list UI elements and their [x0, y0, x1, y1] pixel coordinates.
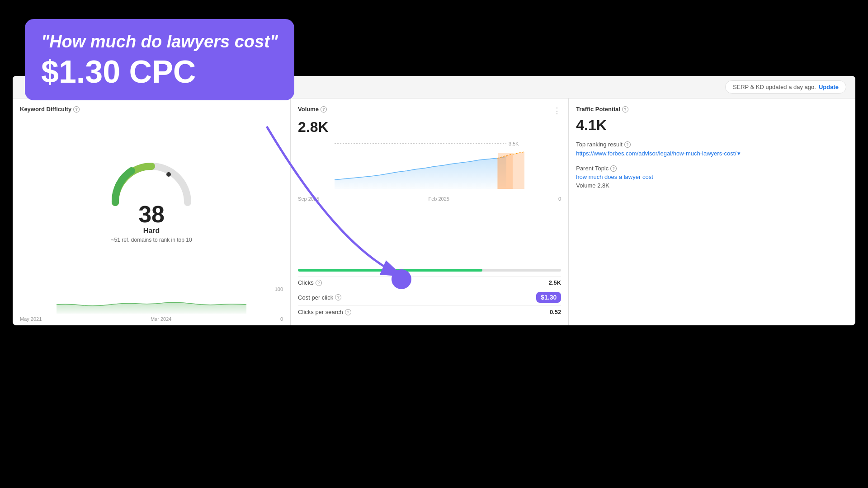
chevron-down-icon: ▾: [737, 150, 741, 158]
chart-x-labels: Sep 2015 Feb 2025 0: [298, 196, 561, 202]
gauge-sublabel: ~51 ref. domains to rank in top 10: [111, 237, 192, 243]
volume-note: Volume 2.8K: [576, 182, 848, 189]
update-notice-text: SERP & KD updated a day ago.: [733, 84, 816, 90]
volume-title: Volume ?: [298, 106, 327, 113]
top-ranking-info-icon[interactable]: ?: [624, 141, 631, 148]
volume-value: 2.8K: [298, 119, 561, 136]
kd-axis-right: 0: [280, 316, 283, 322]
clicks-progress-bar: [298, 269, 561, 272]
keyword-difficulty-info-icon[interactable]: ?: [73, 106, 80, 113]
kd-axis-bottom-left: May 2021: [20, 316, 42, 322]
metric-value-clicks: 2.5K: [549, 279, 561, 286]
update-link[interactable]: Update: [819, 84, 839, 90]
chart-x-left: Sep 2015: [298, 196, 319, 202]
volume-more-icon[interactable]: ⋮: [553, 106, 561, 116]
volume-panel-header: Volume ? ⋮: [298, 106, 561, 117]
metric-row-cpc: Cost per click ? $1.30: [298, 289, 561, 305]
volume-chart-area: 3.5K Sep 2015 Feb 2025 0: [298, 139, 561, 264]
kd-chart-area: 100 May 2021 Mar 2024 0: [20, 286, 283, 318]
svg-rect-3: [498, 153, 513, 189]
gauge-svg: [106, 157, 197, 207]
metric-label-clicks-per-search: Clicks per search ?: [298, 309, 351, 315]
volume-chart-svg: 3.5K: [298, 139, 561, 193]
tooltip-cpc: $1.30 CPC: [41, 56, 278, 88]
metric-value-clicks-per-search: 0.52: [550, 309, 561, 315]
update-notice: SERP & KD updated a day ago. Update: [725, 80, 846, 94]
traffic-potential-title: Traffic Potential ?: [576, 106, 848, 113]
svg-point-0: [166, 172, 171, 177]
keyword-difficulty-title: Keyword Difficulty ?: [20, 106, 283, 113]
chart-x-zero: 0: [558, 196, 561, 202]
panels-row: Keyword Difficulty ? 38 Hard ~51 ref.: [13, 99, 855, 325]
parent-topic-info-icon[interactable]: ?: [610, 165, 617, 172]
main-panel: SERP & KD updated a day ago. Update Keyw…: [13, 76, 855, 325]
gauge-value: 38: [138, 202, 165, 226]
kd-mini-chart: [20, 286, 283, 314]
chart-x-right: Feb 2025: [428, 196, 449, 202]
volume-info-icon[interactable]: ?: [321, 106, 327, 113]
traffic-value: 4.1K: [576, 117, 848, 134]
kd-axis-top: 100: [275, 286, 283, 292]
metric-label-clicks: Clicks ?: [298, 279, 322, 286]
metric-row-clicks: Clicks ? 2.5K: [298, 276, 561, 289]
clicks-progress-fill: [298, 269, 482, 272]
volume-panel: Volume ? ⋮ 2.8K 3.5K: [291, 99, 569, 325]
top-ranking-label: Top ranking result ?: [576, 141, 848, 148]
clicks-per-search-info-icon[interactable]: ?: [345, 309, 351, 315]
metric-row-clicks-per-search: Clicks per search ? 0.52: [298, 305, 561, 318]
traffic-potential-info-icon[interactable]: ?: [622, 106, 628, 113]
gauge-label: Hard: [143, 227, 160, 235]
clicks-info-icon[interactable]: ?: [316, 280, 322, 286]
top-ranking-url[interactable]: https://www.forbes.com/advisor/legal/how…: [576, 150, 848, 158]
metric-value-cpc: $1.30: [536, 292, 561, 303]
traffic-potential-panel: Traffic Potential ? 4.1K Top ranking res…: [569, 99, 855, 325]
parent-topic-value[interactable]: how much does a lawyer cost: [576, 174, 848, 180]
gauge-container: 38 Hard ~51 ref. domains to rank in top …: [20, 117, 283, 283]
parent-topic-label: Parent Topic ?: [576, 165, 848, 172]
kd-axis-bottom-right: Mar 2024: [151, 316, 171, 322]
tooltip-query: "How much do lawyers cost": [41, 32, 278, 52]
metrics-list: Clicks ? 2.5K Cost per click ? $1.30: [298, 276, 561, 318]
cpc-info-icon[interactable]: ?: [335, 294, 341, 300]
tooltip-bubble: "How much do lawyers cost" $1.30 CPC: [25, 19, 294, 100]
keyword-difficulty-panel: Keyword Difficulty ? 38 Hard ~51 ref.: [13, 99, 291, 325]
svg-text:3.5K: 3.5K: [509, 141, 519, 146]
metric-label-cpc: Cost per click ?: [298, 294, 341, 301]
